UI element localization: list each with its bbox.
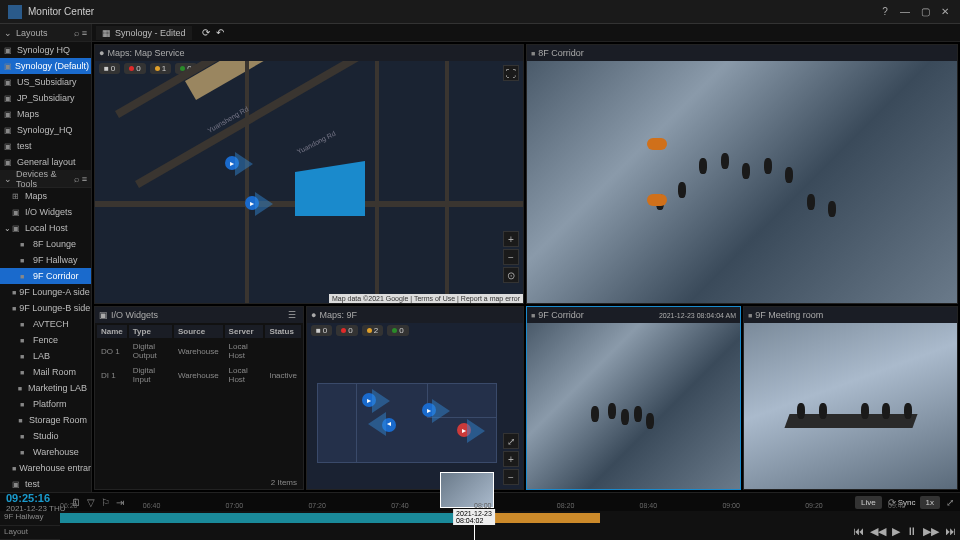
search-icon[interactable]: ⌕ — [74, 28, 79, 38]
rewind-button[interactable]: ◀◀ — [870, 525, 886, 538]
tile-title: Maps: 9F — [319, 310, 357, 320]
menu-icon[interactable]: ☰ — [288, 310, 296, 320]
layouts-panel-header[interactable]: ⌄ Layouts ⌕ ≡ — [0, 24, 91, 42]
timeline: 09:25:16 2021-12-23 THU 🗓 ▽ ⚐ ⇥ Live ⟳ S… — [0, 492, 960, 540]
tick-label: 09:00 — [722, 502, 740, 509]
device-item[interactable]: Warehouse — [0, 444, 91, 460]
device-item[interactable]: AVTECH — [0, 316, 91, 332]
jump-icon[interactable]: ⇥ — [116, 497, 124, 508]
status-badge: 0 — [124, 63, 145, 74]
device-item[interactable]: I/O Widgets — [0, 204, 91, 220]
expand-icon[interactable]: ⤢ — [503, 433, 519, 449]
device-item[interactable]: ⌄Local Host — [0, 220, 91, 236]
devices-label: Devices & Tools — [16, 169, 71, 189]
device-item[interactable]: 9F Lounge-B side — [0, 300, 91, 316]
io-widgets-tile: ▣I/O Widgets☰ NameTypeSourceServerStatus… — [94, 306, 304, 490]
col-header[interactable]: Status — [265, 325, 301, 338]
maximize-icon[interactable]: ▢ — [918, 5, 932, 19]
video-feed[interactable] — [527, 61, 957, 303]
prev-button[interactable]: ⏮ — [853, 525, 864, 538]
col-header[interactable]: Name — [97, 325, 127, 338]
device-item[interactable]: 9F Hallway — [0, 252, 91, 268]
live-button[interactable]: Live — [855, 496, 882, 509]
minimize-icon[interactable]: — — [898, 5, 912, 19]
zoom-out-icon[interactable]: − — [503, 249, 519, 265]
timeline-graph[interactable]: 2021-12-2308:04:02 06:2006:4007:0007:200… — [60, 511, 960, 540]
io-icon: ▣ — [99, 310, 108, 320]
camera-icon — [531, 310, 535, 320]
search-icon[interactable]: ⌕ — [74, 174, 79, 184]
pause-button[interactable]: ⏸ — [906, 525, 917, 538]
camera-pin[interactable]: ▸ — [225, 156, 239, 170]
back-icon[interactable]: ↶ — [216, 27, 224, 38]
layout-tab[interactable]: ▦ Synology - Edited — [96, 26, 192, 40]
status-badge: 0 — [336, 325, 357, 336]
device-item[interactable]: Warehouse entran... — [0, 460, 91, 476]
camera-icon — [531, 48, 535, 58]
device-item[interactable]: Marketing LAB — [0, 380, 91, 396]
camera-pin[interactable]: ▸ — [362, 393, 376, 407]
close-icon[interactable]: ✕ — [938, 5, 952, 19]
device-item[interactable]: test — [0, 476, 91, 492]
col-header[interactable]: Type — [129, 325, 172, 338]
help-icon[interactable]: ? — [878, 5, 892, 19]
titlebar: Monitor Center ? — ▢ ✕ — [0, 0, 960, 24]
bookmark-icon[interactable]: ⚐ — [101, 497, 110, 508]
camera-pin[interactable]: ▸ — [382, 418, 396, 432]
map-attribution[interactable]: Map data ©2021 Google | Terms of Use | R… — [329, 294, 523, 303]
speed-button[interactable]: 1x — [920, 496, 940, 509]
device-item[interactable]: 8F Lounge — [0, 236, 91, 252]
layout-item[interactable]: JP_Subsidiary — [0, 90, 91, 106]
video-feed[interactable] — [744, 323, 957, 489]
tick-label: 09:40 — [888, 502, 906, 509]
device-item[interactable]: 9F Lounge-A side — [0, 284, 91, 300]
camera-pin[interactable]: ▸ — [422, 403, 436, 417]
expand-icon[interactable]: ⤢ — [946, 497, 954, 508]
fullscreen-icon[interactable]: ⛶ — [503, 65, 519, 81]
tick-label: 08:40 — [640, 502, 658, 509]
zoom-in-icon[interactable]: + — [503, 451, 519, 467]
app-logo-icon — [8, 5, 22, 19]
menu-icon[interactable]: ≡ — [82, 174, 87, 184]
layout-item[interactable]: Synology HQ — [0, 42, 91, 58]
tabbar: ▦ Synology - Edited ⟳ ↶ — [92, 24, 960, 42]
col-header[interactable]: Server — [225, 325, 264, 338]
col-header[interactable]: Source — [174, 325, 223, 338]
timestamp: 2021-12-23 08:04:04 AM — [659, 312, 736, 319]
camera-icon — [748, 310, 752, 320]
device-item[interactable]: 9F Corridor — [0, 268, 91, 284]
video-feed[interactable] — [527, 323, 740, 489]
device-item[interactable]: Storage Room — [0, 412, 91, 428]
layout-item[interactable]: Synology (Default) — [0, 58, 91, 74]
device-item[interactable]: Platform — [0, 396, 91, 412]
menu-icon[interactable]: ≡ — [82, 28, 87, 38]
floorplan-canvas[interactable]: ■ 0 0 2 0 ▸ ▸ ▸ ▸ ⤢ — [307, 323, 523, 489]
device-item[interactable]: LAB — [0, 348, 91, 364]
device-item[interactable]: Mail Room — [0, 364, 91, 380]
next-button[interactable]: ⏭ — [945, 525, 956, 538]
tile-title: I/O Widgets — [111, 310, 158, 320]
layout-item[interactable]: test — [0, 138, 91, 154]
camera-pin[interactable]: ▸ — [245, 196, 259, 210]
filter-icon[interactable]: ▽ — [87, 497, 95, 508]
sidebar: ⌄ Layouts ⌕ ≡ Synology HQSynology (Defau… — [0, 24, 92, 492]
table-row[interactable]: DI 1Digital InputWarehouseLocal HostInac… — [97, 364, 301, 386]
pin-icon: ● — [311, 310, 316, 320]
zoom-out-icon[interactable]: − — [503, 469, 519, 485]
table-row[interactable]: DO 1Digital OutputWarehouseLocal Host — [97, 340, 301, 362]
camera-pin[interactable]: ▸ — [457, 423, 471, 437]
refresh-icon[interactable]: ⟳ — [202, 27, 210, 38]
compass-icon[interactable]: ⊙ — [503, 267, 519, 283]
layout-item[interactable]: Maps — [0, 106, 91, 122]
device-item[interactable]: Maps — [0, 188, 91, 204]
play-button[interactable]: ▶ — [892, 525, 900, 538]
zoom-in-icon[interactable]: + — [503, 231, 519, 247]
layout-item[interactable]: US_Subsidiary — [0, 74, 91, 90]
map-canvas[interactable]: ■ 0 0 1 0 ▸ ▸ — [95, 61, 523, 303]
forward-button[interactable]: ▶▶ — [923, 525, 939, 538]
device-item[interactable]: Fence — [0, 332, 91, 348]
tick-label: 08:20 — [557, 502, 575, 509]
device-item[interactable]: Studio — [0, 428, 91, 444]
devices-panel-header[interactable]: ⌄ Devices & Tools ⌕ ≡ — [0, 170, 91, 188]
layout-item[interactable]: Synology_HQ — [0, 122, 91, 138]
